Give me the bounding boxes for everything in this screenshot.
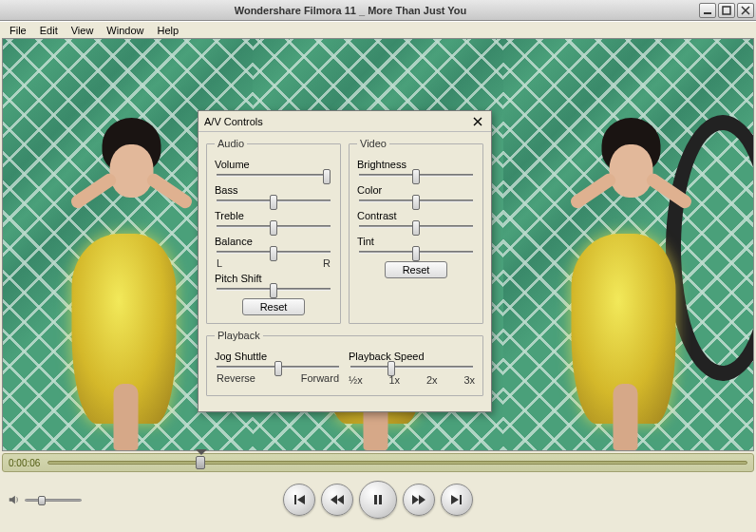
audio-reset-button[interactable]: Reset (242, 298, 306, 315)
menu-file[interactable]: File (4, 24, 32, 37)
dialog-title: A/V Controls (204, 116, 470, 127)
treble-knob[interactable] (270, 220, 277, 236)
dialog-close-button[interactable] (470, 115, 485, 128)
minimize-button[interactable] (699, 3, 716, 18)
menu-bar: File Edit View Window Help (0, 21, 756, 38)
volume-slider[interactable] (217, 174, 331, 177)
svg-rect-0 (704, 12, 711, 14)
fast-forward-button[interactable] (403, 484, 435, 516)
balance-right: R (323, 257, 331, 269)
jog-reverse: Reverse (217, 372, 255, 384)
volume-thumb[interactable] (38, 496, 46, 505)
volume-track[interactable] (25, 499, 82, 502)
speed-knob[interactable] (387, 361, 395, 376)
menu-edit[interactable]: Edit (34, 24, 64, 37)
brightness-knob[interactable] (412, 169, 420, 184)
bass-slider[interactable] (217, 200, 331, 202)
bass-knob[interactable] (270, 195, 277, 210)
speed-tick-2x: 2x (426, 374, 438, 386)
menu-help[interactable]: Help (151, 24, 184, 37)
next-track-button[interactable] (441, 484, 473, 516)
audio-legend: Audio (215, 138, 247, 149)
maximize-button[interactable] (718, 3, 735, 18)
jog-knob[interactable] (274, 361, 282, 376)
volume-label: Volume (215, 159, 332, 170)
speed-slider[interactable] (350, 366, 473, 369)
color-knob[interactable] (412, 195, 420, 210)
svg-rect-3 (379, 495, 382, 504)
video-reset-button[interactable]: Reset (385, 261, 448, 278)
seek-track[interactable] (47, 461, 747, 465)
volume-icon (8, 493, 21, 506)
rewind-button[interactable] (321, 484, 353, 516)
playback-legend: Playback (215, 330, 263, 341)
menu-window[interactable]: Window (101, 24, 149, 37)
time-elapsed: 0:00:06 (9, 458, 40, 468)
pause-button[interactable] (359, 481, 397, 519)
contrast-slider[interactable] (359, 225, 473, 228)
color-slider[interactable] (359, 200, 473, 202)
seek-bar[interactable]: 0:00:06 (2, 453, 754, 472)
menu-view[interactable]: View (66, 24, 100, 37)
video-group: Video Brightness Color Contrast Tint Res… (349, 138, 483, 324)
close-button[interactable] (737, 3, 754, 18)
volume-knob[interactable] (323, 169, 331, 184)
speed-tick-half: ½x (349, 374, 363, 386)
speed-tick-3x: 3x (463, 374, 475, 386)
prev-track-button[interactable] (283, 484, 315, 516)
seek-thumb[interactable] (196, 456, 205, 469)
dialog-titlebar[interactable]: A/V Controls (198, 111, 491, 132)
svg-rect-1 (723, 7, 730, 14)
pitch-knob[interactable] (270, 283, 277, 298)
jog-slider[interactable] (217, 366, 339, 369)
playback-group: Playback Jog Shuttle ReverseForward Play… (206, 330, 483, 396)
av-controls-dialog: A/V Controls Audio Volume Bass Treble Ba… (198, 110, 492, 412)
tint-slider[interactable] (359, 251, 473, 254)
tint-knob[interactable] (412, 246, 420, 261)
balance-left: L (217, 257, 222, 269)
jog-forward: Forward (301, 372, 339, 384)
transport-controls (0, 472, 756, 527)
window-title: Wondershare Filmora 11 _ More Than Just … (2, 5, 699, 16)
brightness-slider[interactable] (359, 174, 473, 177)
video-legend: Video (357, 138, 389, 149)
balance-slider[interactable] (217, 251, 331, 254)
balance-knob[interactable] (270, 246, 277, 261)
svg-rect-2 (374, 495, 377, 504)
audio-group: Audio Volume Bass Treble Balance LR Pitc… (206, 138, 341, 324)
contrast-knob[interactable] (412, 220, 420, 236)
treble-slider[interactable] (217, 225, 331, 228)
pitch-slider[interactable] (217, 288, 331, 291)
speed-label: Playback Speed (349, 351, 475, 362)
title-bar: Wondershare Filmora 11 _ More Than Just … (0, 0, 756, 21)
video-canvas: A/V Controls Audio Volume Bass Treble Ba… (2, 38, 754, 451)
